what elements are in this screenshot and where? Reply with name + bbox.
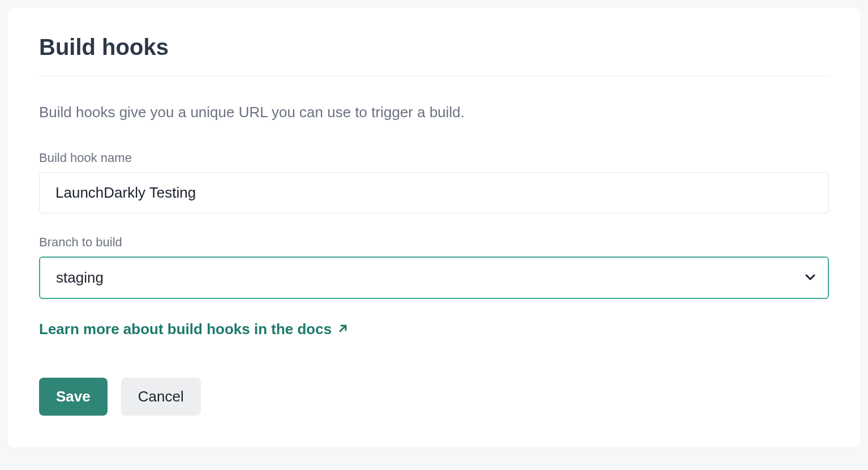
docs-link-label: Learn more about build hooks in the docs <box>39 321 332 338</box>
hook-name-input[interactable] <box>39 172 829 213</box>
section-title: Build hooks <box>39 35 829 60</box>
branch-field-group: Branch to build <box>39 235 829 299</box>
branch-select-input[interactable] <box>39 257 829 299</box>
save-button[interactable]: Save <box>39 378 108 416</box>
build-hooks-card: Build hooks Build hooks give you a uniqu… <box>7 7 861 448</box>
cancel-button[interactable]: Cancel <box>121 378 201 416</box>
hook-name-field-group: Build hook name <box>39 151 829 213</box>
docs-link[interactable]: Learn more about build hooks in the docs <box>39 321 349 338</box>
external-link-icon <box>337 321 349 338</box>
section-description: Build hooks give you a unique URL you ca… <box>39 104 829 121</box>
branch-label: Branch to build <box>39 235 829 250</box>
branch-select-wrapper[interactable] <box>39 257 829 299</box>
divider <box>39 76 829 76</box>
hook-name-label: Build hook name <box>39 151 829 165</box>
button-row: Save Cancel <box>39 378 829 416</box>
